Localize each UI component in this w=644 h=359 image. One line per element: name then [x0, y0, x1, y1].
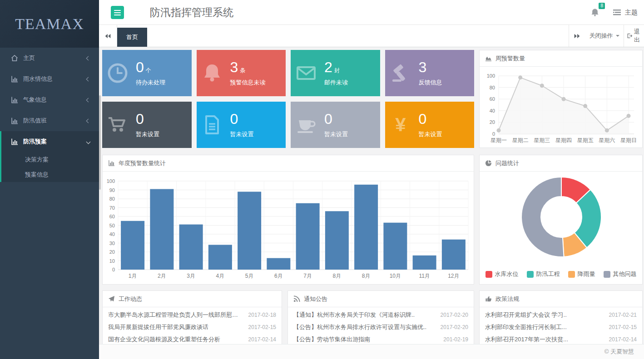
pie-chart-icon	[485, 160, 492, 167]
news-row: 水利部召开2017年第一次扶贫... 2017-02-14	[485, 333, 637, 345]
logout-button[interactable]: 退出	[624, 25, 644, 47]
tab-home[interactable]: 首页	[117, 28, 147, 47]
close-operations-label: 关闭操作	[590, 32, 613, 40]
news-link[interactable]: 【公告】劳动节集体出游指南	[293, 335, 439, 344]
stat-card-feedback[interactable]: 3 反馈信息	[385, 50, 475, 96]
svg-text:星期六: 星期六	[599, 137, 615, 143]
stat-value: 0	[324, 111, 332, 127]
stat-value: 0	[230, 111, 238, 127]
svg-text:0: 0	[112, 267, 115, 272]
svg-text:8月: 8月	[362, 273, 371, 279]
gavel-icon	[390, 62, 411, 84]
sidebar-item-home[interactable]: 主页	[0, 48, 99, 69]
svg-text:星期三: 星期三	[534, 137, 550, 143]
content-scrollbar[interactable]	[99, 47, 101, 344]
chevron-left-icon	[86, 98, 91, 102]
news-date: 2017-02-14	[609, 336, 637, 343]
bar-chart-icon	[11, 75, 18, 83]
news-link[interactable]: 水利部召开党组扩大会议 学习..	[485, 311, 604, 319]
sidebar-item-weather-info[interactable]: 气象信息	[0, 89, 99, 110]
sidebar-item-rain-info[interactable]: 雨水情信息	[0, 69, 99, 89]
news-link[interactable]: 水利部召开2017年第一次扶贫...	[485, 335, 604, 344]
sidebar: TEAMAX 主页 雨水情信息 气象信息 防汛值班 防汛预案	[0, 0, 99, 359]
stat-card-unset-1[interactable]: 0 暂未设置	[102, 102, 192, 148]
panel-title: 问题统计	[495, 159, 519, 167]
panel-yearly-warnings: 年度预警数量统计 01020304050607080901001月2月3月4月5…	[102, 155, 474, 285]
sidebar-nav: 主页 雨水情信息 气象信息 防汛值班 防汛预案 决策方案 预案信息	[0, 48, 99, 182]
news-date: 2017-02-21	[609, 312, 637, 318]
panel-header: 周预警数量	[480, 50, 642, 67]
panel-weekly-warnings: 周预警数量 020406080100星期一星期二星期三星期四星期五星期六星期日	[479, 50, 643, 148]
stat-label: 反馈信息	[419, 79, 442, 87]
weekly-chart-body: 020406080100星期一星期二星期三星期四星期五星期六星期日	[480, 67, 642, 149]
news-link[interactable]: 国有企业文化问题根源及文化重塑任务分析	[108, 335, 244, 344]
svg-text:3月: 3月	[187, 273, 195, 279]
news-link[interactable]: 市大鹏半岛水源工程管理处负责人到一线部所慰问新春	[108, 311, 244, 319]
stat-card-mail[interactable]: 2封 邮件未读	[291, 50, 380, 96]
menu-toggle-button[interactable]	[111, 6, 124, 19]
news-list: 水利部召开党组扩大会议 学习.. 2017-02-21 水利部印发全面推行河长制…	[480, 307, 642, 345]
sidebar-item-flood-plan[interactable]: 防汛预案	[1, 131, 99, 152]
news-link[interactable]: 【通知】杭州市水务局关于印发《河道标识牌..	[293, 311, 436, 319]
document-icon	[201, 114, 223, 136]
theme-list-icon	[613, 9, 622, 16]
news-link[interactable]: 水利部印发全面推行河长制工...	[485, 323, 604, 331]
stat-card-unset-4[interactable]: ¥ 0 暂未设置	[385, 102, 475, 148]
svg-text:2月: 2月	[158, 273, 166, 279]
news-link[interactable]: 我局开展新提拔任用干部党风廉政谈话	[108, 323, 244, 331]
news-date: 2017-02-20	[441, 312, 468, 318]
news-row: 市大鹏半岛水源工程管理处负责人到一线部所慰问新春 2017-02-18	[108, 309, 276, 321]
legend-item: 降雨量	[568, 270, 595, 278]
stat-value: 0	[136, 59, 144, 75]
bar-chart-icon	[11, 96, 18, 103]
svg-text:12月: 12月	[448, 273, 459, 279]
legend-swatch	[485, 271, 492, 278]
double-arrow-right-icon	[574, 34, 580, 39]
theme-button[interactable]: 主题	[613, 9, 638, 17]
stat-card-warnings[interactable]: 3条 预警信息未读	[197, 50, 286, 96]
svg-text:70: 70	[109, 205, 115, 211]
bar-chart-icon	[11, 138, 18, 145]
issue-donut-chart	[480, 172, 642, 262]
scrollbar-thumb[interactable]	[99, 95, 101, 190]
stat-card-unset-2[interactable]: 0 暂未设置	[197, 102, 286, 148]
sidebar-subitem-decision-plan[interactable]: 决策方案	[1, 152, 99, 167]
stat-label: 预警信息未读	[230, 79, 266, 87]
svg-text:100: 100	[107, 178, 115, 184]
stat-value: 2	[324, 59, 332, 75]
legend-item: 其他问题	[604, 270, 637, 278]
area-chart-icon	[485, 55, 492, 62]
news-row: 【公告】杭州市水务局排水行政许可设置与实施优.. 2017-02-20	[293, 321, 468, 333]
sidebar-subitem-plan-info[interactable]: 预案信息	[1, 167, 99, 182]
svg-text:¥: ¥	[395, 114, 406, 135]
tabs-scroll-right-button[interactable]	[569, 25, 585, 47]
panel-header: 问题统计	[480, 155, 642, 172]
panel-title: 政策法规	[495, 295, 519, 303]
double-arrow-left-icon	[104, 34, 111, 39]
stat-card-todo[interactable]: 0个 待办未处理	[102, 50, 192, 96]
close-operations-dropdown[interactable]: 关闭操作	[585, 25, 624, 47]
sidebar-item-flood-duty[interactable]: 防汛值班	[0, 110, 99, 131]
legend-item: 防汛工程	[527, 270, 560, 278]
panel-title: 工作动态	[119, 295, 142, 303]
copyright-text: © 天夏智慧	[604, 348, 634, 355]
news-list: 【通知】杭州市水务局关于印发《河道标识牌.. 2017-02-20 【公告】杭州…	[288, 307, 474, 345]
stat-label: 暂未设置	[136, 130, 159, 138]
stat-unit: 条	[240, 67, 245, 74]
topbar-actions: 8 主题	[590, 0, 644, 25]
stat-card-unset-3[interactable]: 0 暂未设置	[291, 102, 380, 148]
news-link[interactable]: 【公告】杭州市水务局排水行政许可设置与实施优..	[293, 323, 436, 331]
stat-value: 0	[419, 111, 427, 127]
tabs-scroll-left-button[interactable]	[99, 25, 117, 47]
svg-text:11月: 11月	[419, 273, 430, 279]
panel-notices: 通知公告 【通知】杭州市水务局关于印发《河道标识牌.. 2017-02-20 【…	[287, 290, 474, 346]
stat-unit: 封	[334, 67, 340, 74]
stat-label: 待办未处理	[136, 79, 165, 87]
bar-chart-icon	[108, 160, 115, 167]
news-row: 水利部召开党组扩大会议 学习.. 2017-02-21	[485, 309, 637, 321]
topbar: 防汛指挥管理系统 8 主题	[99, 0, 644, 25]
coffee-icon	[295, 114, 317, 136]
caret-down-icon	[616, 35, 619, 39]
bell-icon	[590, 7, 599, 18]
notifications-button[interactable]: 8	[590, 7, 600, 19]
